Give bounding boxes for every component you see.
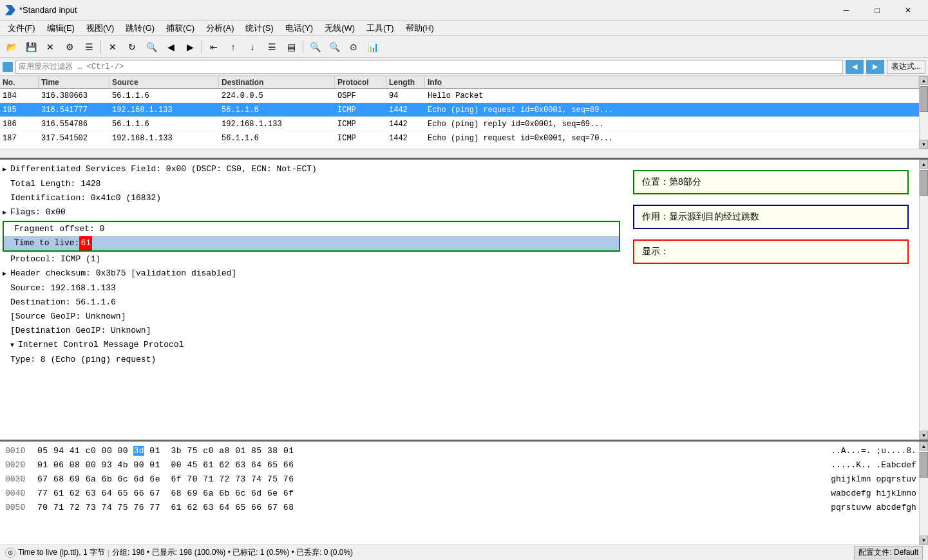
hex-scroll-up[interactable]: ▲ (920, 442, 928, 451)
hex-ascii: ghijklmn opqrstuv (811, 472, 914, 487)
detail-scrollbar[interactable]: ▲ ▼ (919, 160, 928, 440)
hex-offset: 0030 (5, 472, 37, 487)
tb-back[interactable]: ◀ (162, 39, 180, 55)
cell-len: 1442 (386, 120, 425, 129)
detail-fragment-offset: Fragment offset: 0 (4, 222, 619, 236)
close-button[interactable]: ✕ (893, 0, 923, 21)
menu-capture[interactable]: 捕获(C) (161, 21, 200, 35)
hex-bytes: 05 94 41 c0 00 00 3d 01 3b 75 c0 a8 01 8… (37, 444, 811, 458)
packet-list-header: No. Time Source Destination Protocol Len… (0, 76, 919, 89)
annotation-position-text: 位置：第8部分 (642, 176, 701, 187)
tb-indent[interactable]: ⇤ (205, 39, 223, 55)
filter-bar: ◀ ▶ 表达式... (0, 58, 928, 76)
detail-scroll-down[interactable]: ▼ (920, 431, 928, 440)
detail-panel: Differentiated Services Field: 0x00 (DSC… (0, 160, 928, 442)
menu-stats[interactable]: 统计(S) (240, 21, 278, 35)
cell-info: Hello Packet (425, 91, 919, 100)
menu-tools[interactable]: 工具(T) (361, 21, 399, 35)
hscroll-track[interactable] (0, 149, 928, 158)
menu-view[interactable]: 视图(V) (81, 21, 119, 35)
cell-len: 1442 (386, 106, 425, 115)
tb-layout[interactable]: ▤ (282, 39, 300, 55)
menu-phone[interactable]: 电话(Y) (280, 21, 318, 35)
tb-list[interactable]: ☰ (80, 39, 98, 55)
tb-align[interactable]: ☰ (263, 39, 281, 55)
packet-list: No. Time Source Destination Protocol Len… (0, 76, 928, 160)
tb-settings[interactable]: ⚙ (61, 39, 79, 55)
cell-proto: ICMP (335, 120, 386, 129)
tb-zoom-reset[interactable]: ⊙ (345, 39, 363, 55)
tb-reload[interactable]: ↻ (123, 39, 141, 55)
scroll-down-arrow[interactable]: ▼ (920, 140, 928, 149)
packet-row-186[interactable]: 186 316.554786 56.1.1.6 192.168.1.133 IC… (0, 117, 919, 131)
col-header-no: No. (0, 76, 39, 88)
hex-offset: 0010 (5, 444, 37, 458)
menu-analyze[interactable]: 分析(A) (201, 21, 239, 35)
detail-scroll-thumb[interactable] (920, 170, 928, 196)
highlighted-byte: 3d (133, 446, 144, 456)
col-header-protocol: Protocol (335, 76, 386, 88)
detail-line-9: Destination: 56.1.1.6 (0, 295, 623, 310)
cell-info: Echo (ping) request id=0x0001, seq=69... (425, 106, 919, 115)
menu-goto[interactable]: 跳转(G) (120, 21, 160, 35)
filter-indicator (3, 62, 13, 72)
app-icon (5, 5, 15, 15)
tb-down[interactable]: ↓ (243, 39, 261, 55)
stats-text: 分组: 198 • 已显示: 198 (100.0%) • 已标记: 1 (0.… (112, 547, 353, 558)
detail-expanded-12[interactable]: Internet Control Message Protocol (0, 338, 623, 353)
detail-expandable-0[interactable]: Differentiated Services Field: 0x00 (DSC… (0, 162, 623, 177)
menu-file[interactable]: 文件(F) (3, 21, 41, 35)
tb-search[interactable]: 🔍 (142, 39, 160, 55)
config-profile-button[interactable]: 配置文件: Default (854, 546, 923, 559)
tb-zoom-in[interactable]: 🔍 (306, 39, 324, 55)
cell-proto: OSPF (335, 91, 386, 100)
hex-offset: 0040 (5, 487, 37, 501)
detail-scroll-up[interactable]: ▲ (920, 160, 928, 169)
scroll-up-arrow[interactable]: ▲ (920, 76, 928, 85)
cell-len: 1442 (386, 134, 425, 143)
ttl-value: 61 (79, 236, 92, 250)
tb-open[interactable]: 📂 (3, 39, 21, 55)
hex-scroll-down[interactable]: ▼ (920, 536, 928, 545)
tb-up[interactable]: ↑ (224, 39, 242, 55)
cell-time: 316.541777 (39, 106, 109, 115)
hex-bytes: 67 68 69 6a 6b 6c 6d 6e 6f 70 71 72 73 7… (37, 472, 811, 487)
detail-ttl-line: Time to live: 61 (4, 236, 619, 250)
filter-arrow-left[interactable]: ◀ (846, 60, 864, 74)
tb-x[interactable]: ✕ (104, 39, 122, 55)
cell-dst: 56.1.1.6 (219, 134, 335, 143)
hex-scrollbar[interactable]: ▲ ▼ (919, 442, 928, 545)
window-controls: ─ □ ✕ (831, 0, 923, 21)
menu-edit[interactable]: 编辑(E) (42, 21, 80, 35)
expression-button[interactable]: 表达式... (887, 60, 925, 74)
hex-scroll-thumb[interactable] (920, 452, 928, 478)
packet-list-hscroll[interactable] (0, 149, 928, 158)
packet-list-scrollbar[interactable]: ▲ ▼ (919, 76, 928, 149)
maximize-button[interactable]: □ (862, 0, 892, 21)
ttl-label: Time to live: (14, 236, 79, 250)
packet-row-184[interactable]: 184 316.380663 56.1.1.6 224.0.0.5 OSPF 9… (0, 89, 919, 103)
minimize-button[interactable]: ─ (831, 0, 861, 21)
filter-apply-button[interactable]: ▶ (866, 60, 884, 74)
col-header-length: Length (386, 76, 425, 88)
status-separator: | (108, 548, 109, 557)
filter-input[interactable] (15, 60, 843, 74)
hex-bytes: 70 71 72 73 74 75 76 77 61 62 63 64 65 6… (37, 501, 811, 515)
menu-help[interactable]: 帮助(H) (401, 21, 439, 35)
green-highlight-box: Fragment offset: 0Time to live: 61 (3, 221, 620, 252)
tb-sep1 (100, 41, 101, 53)
scroll-thumb[interactable] (920, 86, 928, 112)
tb-close[interactable]: ✕ (41, 39, 59, 55)
tb-save[interactable]: 💾 (22, 39, 40, 55)
detail-expandable-3[interactable]: Flags: 0x00 (0, 205, 623, 220)
hex-offset: 0050 (5, 501, 37, 515)
packet-row-187[interactable]: 187 317.541502 192.168.1.133 56.1.1.6 IC… (0, 131, 919, 145)
packet-rows: 184 316.380663 56.1.1.6 224.0.0.5 OSPF 9… (0, 89, 919, 145)
tb-zoom-out[interactable]: 🔍 (325, 39, 343, 55)
tb-graph[interactable]: 📊 (364, 39, 382, 55)
menu-wireless[interactable]: 无线(W) (319, 21, 360, 35)
tb-forward[interactable]: ▶ (181, 39, 199, 55)
cell-time: 316.554786 (39, 120, 109, 129)
packet-row-185[interactable]: 185 316.541777 192.168.1.133 56.1.1.6 IC… (0, 103, 919, 117)
detail-expandable-7[interactable]: Header checksum: 0x3b75 [validation disa… (0, 266, 623, 281)
